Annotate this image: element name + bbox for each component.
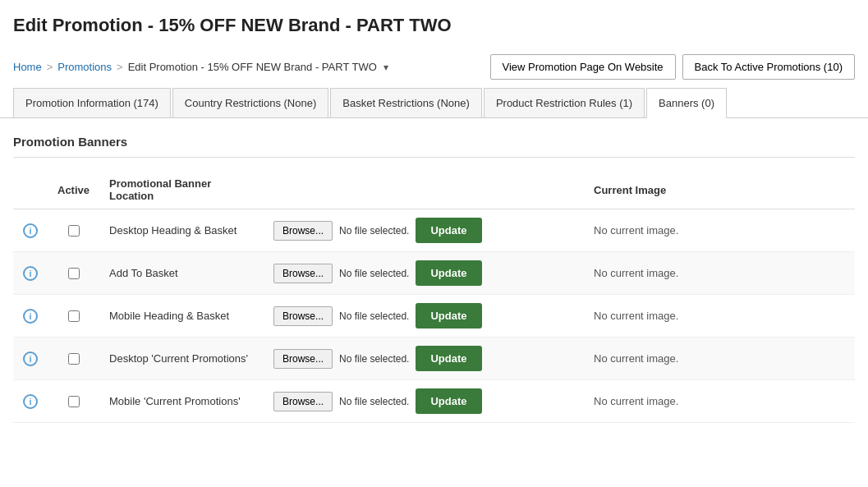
upload-cell: Browse... No file selected. Update: [264, 338, 584, 380]
update-button[interactable]: Update: [416, 388, 481, 414]
page-wrapper: Edit Promotion - 15% OFF NEW Brand - PAR…: [0, 0, 868, 431]
col-header-info: [13, 171, 48, 209]
active-checkbox[interactable]: [68, 225, 80, 237]
info-icon[interactable]: i: [23, 223, 38, 238]
current-image-text: No current image.: [594, 310, 678, 322]
info-cell: i: [13, 295, 48, 338]
current-image-cell: No current image.: [584, 338, 855, 380]
location-cell: Mobile Heading & Basket: [99, 295, 264, 338]
section-title: Promotion Banners: [13, 135, 855, 158]
no-file-label: No file selected.: [339, 396, 409, 407]
info-icon[interactable]: i: [23, 266, 38, 281]
tab-1[interactable]: Country Restrictions (None): [172, 88, 328, 117]
upload-cell: Browse... No file selected. Update: [264, 380, 584, 423]
active-checkbox[interactable]: [68, 396, 80, 407]
main-section: Promotion Banners Active Promotional Ban…: [0, 118, 868, 431]
browse-button[interactable]: Browse...: [273, 306, 333, 326]
current-image-text: No current image.: [594, 267, 678, 279]
table-row: i Desktop 'Current Promotions' Browse...…: [13, 338, 855, 380]
active-checkbox[interactable]: [68, 268, 80, 279]
no-file-label: No file selected.: [339, 310, 409, 322]
banners-table: Active Promotional Banner Location Curre…: [13, 171, 855, 423]
col-header-current-image: Current Image: [584, 171, 855, 209]
current-image-text: No current image.: [594, 395, 678, 407]
current-image-cell: No current image.: [584, 252, 855, 295]
table-row: i Mobile 'Current Promotions' Browse... …: [13, 380, 855, 423]
table-row: i Add To Basket Browse... No file select…: [13, 252, 855, 295]
location-cell: Desktop Heading & Basket: [99, 209, 264, 252]
table-row: i Desktop Heading & Basket Browse... No …: [13, 209, 855, 252]
breadcrumb-promotions[interactable]: Promotions: [57, 61, 112, 73]
upload-cell: Browse... No file selected. Update: [264, 295, 584, 338]
col-header-active: Active: [48, 171, 99, 209]
header-buttons: View Promotion Page On Website Back To A…: [490, 54, 855, 80]
current-image-cell: No current image.: [584, 380, 855, 423]
info-cell: i: [13, 380, 48, 423]
breadcrumb-row: Home > Promotions > Edit Promotion - 15%…: [0, 49, 868, 88]
table-header-row: Active Promotional Banner Location Curre…: [13, 171, 855, 209]
active-checkbox[interactable]: [68, 353, 80, 365]
active-cell: [48, 295, 99, 338]
current-image-cell: No current image.: [584, 295, 855, 338]
browse-button[interactable]: Browse...: [273, 221, 333, 241]
update-button[interactable]: Update: [416, 218, 481, 243]
info-icon[interactable]: i: [23, 309, 38, 324]
no-file-label: No file selected.: [339, 353, 409, 365]
info-cell: i: [13, 252, 48, 295]
upload-cell: Browse... No file selected. Update: [264, 209, 584, 252]
view-promotion-button[interactable]: View Promotion Page On Website: [490, 54, 676, 80]
location-cell: Add To Basket: [99, 252, 264, 295]
info-icon[interactable]: i: [23, 351, 38, 366]
update-button[interactable]: Update: [416, 346, 481, 371]
breadcrumb-current: Edit Promotion - 15% OFF NEW Brand - PAR…: [128, 61, 377, 73]
col-header-location: Promotional Banner Location: [99, 171, 264, 209]
no-file-label: No file selected.: [339, 225, 409, 237]
page-title: Edit Promotion - 15% OFF NEW Brand - PAR…: [13, 15, 855, 36]
active-cell: [48, 380, 99, 423]
active-cell: [48, 209, 99, 252]
info-icon[interactable]: i: [23, 394, 38, 409]
col-header-upload: [264, 171, 584, 209]
breadcrumb-home[interactable]: Home: [13, 61, 42, 73]
current-image-text: No current image.: [594, 352, 678, 365]
current-image-cell: No current image.: [584, 209, 855, 252]
update-button[interactable]: Update: [416, 303, 481, 328]
update-button[interactable]: Update: [416, 260, 481, 286]
info-cell: i: [13, 209, 48, 252]
no-file-label: No file selected.: [339, 268, 409, 279]
browse-button[interactable]: Browse...: [273, 349, 333, 369]
table-row: i Mobile Heading & Basket Browse... No f…: [13, 295, 855, 338]
tabs-bar: Promotion Information (174)Country Restr…: [0, 88, 868, 118]
location-cell: Mobile 'Current Promotions': [99, 380, 264, 423]
breadcrumb-sep1: >: [47, 61, 53, 73]
upload-cell: Browse... No file selected. Update: [264, 252, 584, 295]
tab-0[interactable]: Promotion Information (174): [13, 88, 171, 117]
breadcrumb: Home > Promotions > Edit Promotion - 15%…: [13, 61, 388, 73]
active-cell: [48, 338, 99, 380]
active-checkbox[interactable]: [68, 310, 80, 322]
browse-button[interactable]: Browse...: [273, 264, 333, 283]
current-image-text: No current image.: [594, 224, 678, 237]
tab-2[interactable]: Basket Restrictions (None): [330, 88, 482, 117]
breadcrumb-sep2: >: [117, 61, 123, 73]
info-cell: i: [13, 338, 48, 380]
breadcrumb-dropdown-icon[interactable]: ▾: [383, 62, 388, 73]
tab-3[interactable]: Product Restriction Rules (1): [484, 88, 645, 117]
active-cell: [48, 252, 99, 295]
back-to-promotions-button[interactable]: Back To Active Promotions (10): [682, 54, 855, 80]
page-header: Edit Promotion - 15% OFF NEW Brand - PAR…: [0, 0, 868, 49]
location-cell: Desktop 'Current Promotions': [99, 338, 264, 380]
tab-4[interactable]: Banners (0): [646, 88, 727, 118]
browse-button[interactable]: Browse...: [273, 392, 333, 411]
